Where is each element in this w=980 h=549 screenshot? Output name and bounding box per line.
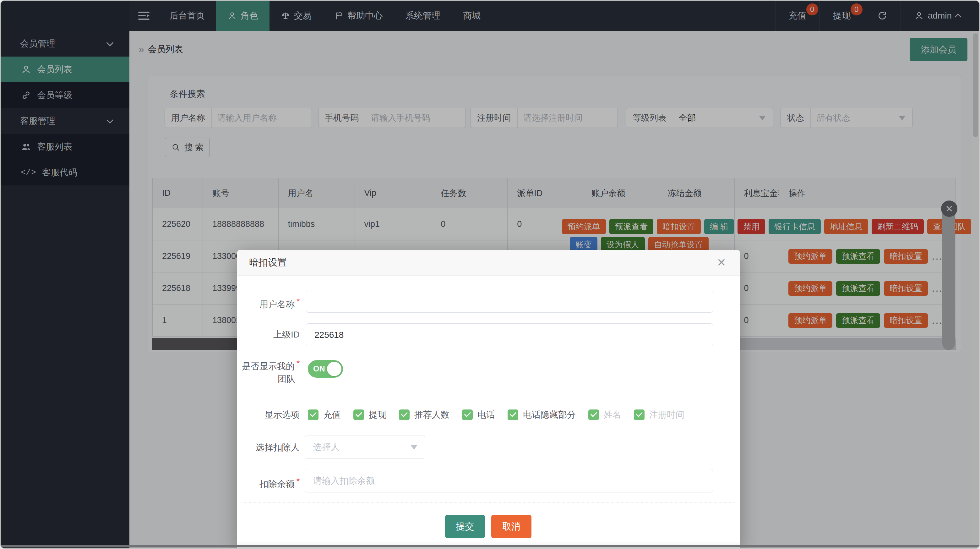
checkbox-checked-icon[interactable] [588, 410, 599, 420]
required-mark: * [296, 297, 300, 306]
cancel-button[interactable]: 取消 [491, 515, 531, 538]
modal-username-input[interactable] [306, 290, 713, 313]
hidden-deduct-modal: 暗扣设置 ✕ 用户名称* 上级ID 是否显示我的* 团队 ON 显示选项 充值 … [237, 250, 740, 549]
deduct-person-label: 选择扣除人 [237, 442, 300, 453]
username-label: 用户名称* [237, 296, 300, 310]
modal-title: 暗扣设置 [249, 256, 287, 269]
option-register-time[interactable]: 注册时间 [634, 409, 684, 421]
deduct-person-select[interactable]: 选择人 [305, 436, 425, 459]
required-mark: * [296, 476, 300, 486]
caret-down-icon [410, 445, 417, 450]
checkbox-checked-icon[interactable] [353, 410, 364, 420]
submit-label: 提交 [456, 520, 474, 533]
modal-body: 用户名称* 上级ID 是否显示我的* 团队 ON 显示选项 充值 提现 推荐人数… [237, 276, 740, 549]
option-phone[interactable]: 电话 [462, 409, 495, 421]
checkbox-checked-icon[interactable] [399, 410, 410, 420]
cancel-label: 取消 [502, 520, 520, 533]
app-window: 后台首页 角色 交易 帮助中心 系统管理 商城 充值 0 提现 [0, 0, 980, 549]
option-withdraw[interactable]: 提现 [353, 409, 387, 421]
show-team-toggle[interactable]: ON [308, 360, 343, 378]
modal-header: 暗扣设置 ✕ [237, 250, 740, 276]
toggle-knob [327, 362, 341, 376]
show-team-label-line2: 团队 [237, 373, 300, 385]
checkbox-checked-icon[interactable] [634, 410, 644, 420]
option-name[interactable]: 姓名 [588, 409, 621, 421]
required-mark: * [296, 359, 300, 368]
display-options-label: 显示选项 [237, 409, 300, 420]
checkbox-checked-icon[interactable] [508, 410, 518, 420]
checkbox-checked-icon[interactable] [462, 410, 473, 420]
select-placeholder: 选择人 [305, 441, 410, 453]
checkbox-checked-icon[interactable] [308, 410, 318, 420]
toggle-on-label: ON [313, 364, 325, 373]
option-recharge[interactable]: 充值 [308, 409, 341, 421]
close-icon: ✕ [717, 256, 726, 269]
modal-divider [242, 503, 735, 503]
window-bottom-edge [1, 545, 979, 547]
deduct-amount-input[interactable] [305, 469, 713, 492]
deduct-amount-label: 扣除余额* [237, 476, 300, 490]
option-phone-hidden[interactable]: 电话隐藏部分 [508, 409, 576, 421]
show-team-label: 是否显示我的* [237, 357, 300, 372]
submit-button[interactable]: 提交 [445, 515, 485, 538]
display-options-group: 充值 提现 推荐人数 电话 电话隐藏部分 姓名 注册时间 [308, 409, 697, 421]
parent-id-label: 上级ID [237, 329, 300, 340]
modal-close-button[interactable]: ✕ [717, 257, 726, 268]
option-referrals[interactable]: 推荐人数 [399, 409, 449, 421]
parent-id-input[interactable] [306, 323, 713, 346]
